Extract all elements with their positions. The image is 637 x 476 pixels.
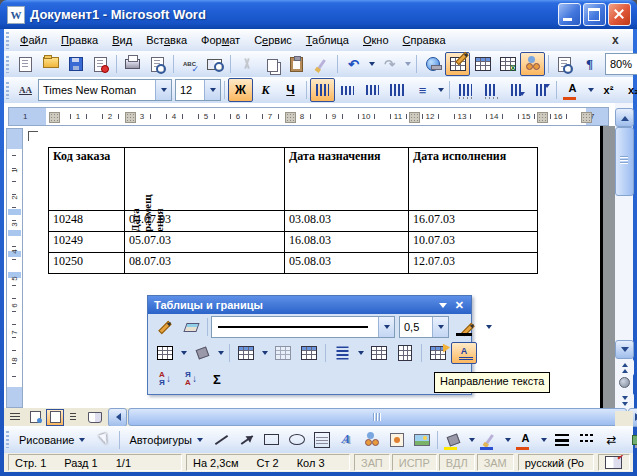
text-direction-button[interactable]: А xyxy=(451,342,477,364)
table-autoformat-button[interactable] xyxy=(425,342,451,364)
styles-formatting-button[interactable]: АА xyxy=(13,78,38,102)
horizontal-ruler[interactable]: 1 1234567891011121314151617 xyxy=(8,107,609,126)
underline-button[interactable]: Ч xyxy=(278,78,303,102)
menu-item[interactable]: Справка xyxy=(396,32,453,48)
title-bar[interactable]: W Документ1 - Microsoft Word xyxy=(0,0,637,29)
vertical-scroll-thumb[interactable] xyxy=(615,127,634,196)
clip-art-button[interactable] xyxy=(384,428,409,452)
web-layout-view-button[interactable] xyxy=(26,409,44,426)
status-toggle[interactable]: ИСПР xyxy=(392,454,437,471)
superscript-button[interactable]: x² xyxy=(596,78,621,102)
menu-item[interactable]: Сервис xyxy=(247,32,299,48)
scroll-up-button[interactable] xyxy=(615,108,634,127)
numbering-button[interactable] xyxy=(453,78,478,102)
arrow-style-button[interactable]: ⇄ xyxy=(599,428,624,452)
redo-dropdown[interactable] xyxy=(402,53,413,75)
draw-table-button[interactable] xyxy=(152,316,178,338)
close-toolbar-button[interactable]: ✕ xyxy=(455,300,464,311)
align-center-button[interactable] xyxy=(335,78,360,102)
undo-button[interactable]: ↶ xyxy=(341,52,366,76)
menu-item[interactable]: Правка xyxy=(54,32,105,48)
toolbar-grip[interactable] xyxy=(6,431,9,448)
ruler-column-marker[interactable] xyxy=(581,112,592,123)
header-cell-vertical[interactable]: Дата размещ ения xyxy=(125,148,285,211)
text-box-button[interactable] xyxy=(309,428,334,452)
status-toggle[interactable]: ВДЛ xyxy=(439,454,475,471)
document-map-button[interactable] xyxy=(552,52,577,76)
redo-button[interactable]: ↷ xyxy=(377,52,402,76)
merge-cells-button[interactable] xyxy=(270,342,296,364)
justify-button[interactable] xyxy=(385,78,410,102)
menu-item[interactable]: Таблица xyxy=(299,32,356,48)
table-cell[interactable]: 03.08.03 xyxy=(285,211,409,232)
format-painter-button[interactable] xyxy=(309,52,334,76)
maximize-button[interactable] xyxy=(583,3,606,26)
table-row[interactable]: 10249 05.07.03 16.08.03 10.07.03 xyxy=(49,232,538,253)
table-cell[interactable]: 16.08.03 xyxy=(285,232,409,253)
paste-button[interactable] xyxy=(284,52,309,76)
distribute-rows-button[interactable] xyxy=(366,342,392,364)
table-cell[interactable]: 16.07.03 xyxy=(409,211,538,232)
sort-ascending-button[interactable]: АЯ↓ xyxy=(152,368,178,390)
copy-button[interactable] xyxy=(259,52,284,76)
ruler-column-marker[interactable] xyxy=(409,112,420,123)
line-color-dropdown[interactable] xyxy=(502,429,513,451)
table-cell[interactable]: 12.07.03 xyxy=(409,253,538,274)
table-cell[interactable]: 05.07.03 xyxy=(125,232,285,253)
scroll-down-button[interactable] xyxy=(615,340,634,359)
align-right-button[interactable] xyxy=(360,78,385,102)
wordart-button[interactable]: А xyxy=(334,428,359,452)
font-color-dropdown[interactable] xyxy=(585,79,596,101)
tables-and-borders-button[interactable] xyxy=(445,52,470,76)
toolbar-grip[interactable] xyxy=(6,82,9,99)
header-cell[interactable]: Дата исполнения xyxy=(409,148,538,211)
bold-button[interactable]: Ж xyxy=(228,78,253,102)
table-row[interactable]: 10248 04.07.03 03.08.03 16.07.03 xyxy=(49,211,538,232)
save-button[interactable] xyxy=(63,52,88,76)
oval-button[interactable] xyxy=(284,428,309,452)
ruler-column-marker[interactable] xyxy=(49,112,60,123)
insert-hyperlink-button[interactable] xyxy=(420,52,445,76)
menu-item[interactable]: Файл xyxy=(13,32,54,48)
insert-table-button[interactable] xyxy=(233,342,259,364)
cell-alignment-dropdown[interactable] xyxy=(355,342,366,364)
toolbar-grip[interactable] xyxy=(6,56,9,73)
close-document-button[interactable]: x xyxy=(612,33,619,47)
close-button[interactable] xyxy=(608,3,631,26)
spelling-status[interactable] xyxy=(598,454,630,471)
new-document-button[interactable] xyxy=(13,52,38,76)
line-spacing-button[interactable]: ≡ xyxy=(410,78,435,102)
print-button[interactable] xyxy=(120,52,145,76)
normal-view-button[interactable] xyxy=(6,409,24,426)
toolbar-grip[interactable] xyxy=(6,32,9,49)
line-style-button[interactable] xyxy=(549,428,574,452)
zoom-combobox[interactable]: 80% xyxy=(605,53,637,75)
table-header-row[interactable]: Код заказа Дата размещ ения Дата назначе… xyxy=(49,148,538,211)
permission-button[interactable] xyxy=(88,52,113,76)
research-button[interactable] xyxy=(202,52,227,76)
font-color-button[interactable]: А xyxy=(513,428,538,452)
ruler-column-marker[interactable] xyxy=(125,112,136,123)
scroll-left-button[interactable] xyxy=(108,408,127,427)
shadow-style-button[interactable] xyxy=(624,428,637,452)
cut-button[interactable] xyxy=(234,52,259,76)
distribute-columns-button[interactable] xyxy=(392,342,418,364)
italic-button[interactable]: К xyxy=(253,78,278,102)
menu-item[interactable]: Окно xyxy=(356,32,396,48)
split-cells-button[interactable] xyxy=(296,342,322,364)
font-color-dropdown[interactable] xyxy=(538,429,549,451)
diagram-button[interactable] xyxy=(359,428,384,452)
tables-borders-titlebar[interactable]: Таблицы и границы ✕ xyxy=(148,296,471,314)
line-style-dropdown[interactable] xyxy=(378,317,394,337)
eraser-button[interactable] xyxy=(178,316,204,338)
font-color-button[interactable]: А xyxy=(560,78,585,102)
horizontal-scroll-thumb[interactable] xyxy=(128,408,627,426)
font-size-dropdown[interactable] xyxy=(204,80,220,100)
ruler-column-marker[interactable] xyxy=(537,112,548,123)
fill-color-button[interactable] xyxy=(441,428,466,452)
undo-dropdown[interactable] xyxy=(366,53,377,75)
cell-alignment-button[interactable] xyxy=(329,342,355,364)
table-cell[interactable]: 10.07.03 xyxy=(409,232,538,253)
shading-dropdown[interactable] xyxy=(215,342,226,364)
line-style-combobox[interactable] xyxy=(211,316,395,338)
